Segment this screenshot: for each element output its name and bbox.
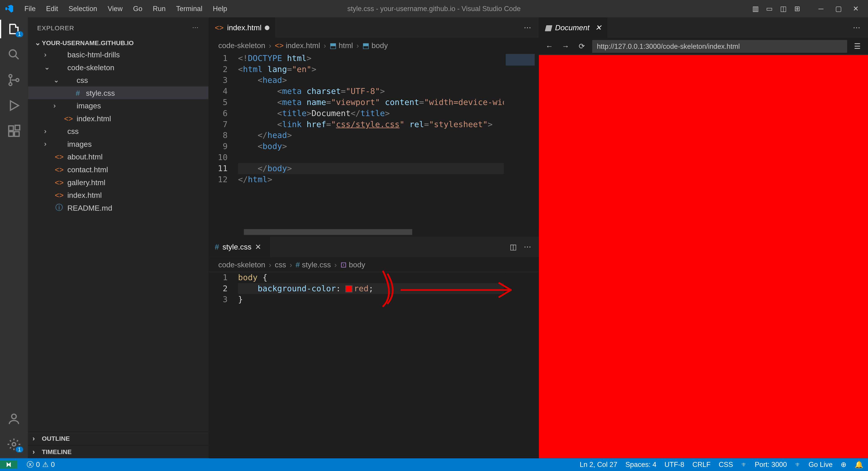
minimap[interactable] [504, 53, 539, 229]
tree-item-images[interactable]: ›images [28, 99, 209, 112]
html-file-icon: <> [215, 23, 223, 32]
outline-label: OUTLINE [42, 435, 70, 442]
minimize-button[interactable]: ─ [812, 0, 830, 18]
search-activity-icon[interactable] [7, 48, 21, 62]
menu-terminal[interactable]: Terminal [171, 2, 207, 15]
scrollbar-thumb[interactable] [244, 229, 412, 235]
horizontal-scrollbar[interactable] [209, 229, 539, 236]
minimap[interactable] [504, 272, 539, 458]
editor-more-actions-icon[interactable]: ⋯ [524, 23, 532, 32]
remote-indicator-icon[interactable] [0, 461, 18, 469]
eol-status[interactable]: CRLF [692, 461, 711, 469]
svg-point-10 [12, 442, 16, 446]
tree-item-css[interactable]: ›css [28, 125, 209, 137]
preview-tab[interactable]: ▦ Document ✕ [539, 18, 608, 38]
timeline-section[interactable]: ›TIMELINE [28, 445, 209, 458]
editor-more-actions-icon[interactable]: ⋯ [524, 242, 532, 251]
svg-rect-11 [506, 54, 535, 65]
menu-selection[interactable]: Selection [64, 2, 102, 15]
svg-rect-7 [14, 132, 19, 136]
editor-group-bottom: # style.css ✕ ◫ ⋯ code-skeleton›css›# st… [209, 237, 539, 458]
tree-item-index-html[interactable]: <>index.html [28, 189, 209, 201]
explorer-title: EXPLORER [37, 24, 74, 31]
preview-tab-close-icon[interactable]: ✕ [595, 23, 601, 32]
preview-more-icon[interactable]: ⋯ [853, 23, 861, 32]
preview-content[interactable] [539, 55, 868, 458]
svg-point-0 [9, 50, 16, 57]
editor-body-bottom[interactable]: 123 body { background-color: red;} [209, 272, 539, 458]
extensions-activity-icon[interactable] [7, 124, 21, 138]
svg-rect-8 [15, 125, 20, 130]
tree-item-images[interactable]: ›images [28, 137, 209, 150]
timeline-label: TIMELINE [42, 448, 72, 456]
tree-item-code-skeleton[interactable]: ⌄code-skeleton [28, 61, 209, 74]
tab-style-css[interactable]: # style.css ✕ [209, 237, 271, 257]
svg-rect-6 [9, 132, 13, 136]
accounts-icon[interactable] [7, 412, 21, 426]
tab-index-html[interactable]: <> index.html [209, 18, 276, 38]
tree-item-about-html[interactable]: <>about.html [28, 150, 209, 163]
broadcast-icon: ᯤ [795, 461, 802, 469]
layout-customize-icon[interactable]: ⊞ [793, 4, 802, 13]
run-debug-activity-icon[interactable] [7, 99, 21, 113]
go-live-button[interactable]: ᯤ Go Live [795, 461, 833, 469]
tree-item-gallery-html[interactable]: <>gallery.html [28, 176, 209, 189]
explorer-root[interactable]: ⌄ YOUR-USERNAME.GITHUB.IO [28, 38, 209, 48]
preview-back-icon[interactable]: ← [544, 42, 555, 51]
menu-run[interactable]: Run [148, 2, 170, 15]
source-control-activity-icon[interactable] [7, 73, 21, 87]
tab-label: style.css [222, 242, 251, 251]
notifications-icon[interactable]: 🔔 [855, 461, 864, 469]
layout-panel-bottom-icon[interactable]: ▭ [765, 4, 774, 13]
preview-icon: ▦ [545, 23, 552, 32]
tree-item-index-html[interactable]: <>index.html [28, 112, 209, 125]
statusbar: ⓧ0 ⚠0 Ln 2, Col 27 Spaces: 4 UTF-8 CRLF … [0, 458, 868, 471]
menu-go[interactable]: Go [128, 2, 147, 15]
encoding-status[interactable]: UTF-8 [664, 461, 684, 469]
editor-body-top[interactable]: 123456789101112 <!DOCTYPE html><html lan… [209, 53, 539, 229]
preview-reload-icon[interactable]: ⟳ [576, 42, 587, 51]
problems-status[interactable]: ⓧ0 ⚠0 [27, 460, 55, 470]
explorer-more-icon[interactable]: ⋯ [192, 24, 199, 31]
menu-file[interactable]: File [20, 2, 40, 15]
menu-help[interactable]: Help [208, 2, 232, 15]
activity-bar: 1 [0, 18, 28, 458]
layout-panel-right-icon[interactable]: ◫ [778, 4, 788, 13]
vscode-logo-icon [5, 4, 14, 13]
explorer-root-label: YOUR-USERNAME.GITHUB.IO [42, 39, 134, 46]
error-count: 0 [36, 461, 40, 469]
svg-point-2 [9, 74, 12, 77]
svg-point-4 [16, 78, 19, 81]
explorer-badge: 1 [16, 31, 23, 37]
layout-panel-left-icon[interactable]: ▥ [751, 4, 760, 13]
tree-item-contact-html[interactable]: <>contact.html [28, 163, 209, 176]
settings-gear-icon[interactable]: 1 [7, 437, 21, 451]
editor-area: <> index.html ⋯ code-skeleton›<> index.h… [209, 18, 539, 458]
feedback-icon[interactable]: ⊕ [841, 461, 846, 469]
language-status[interactable]: CSS [719, 461, 733, 469]
tab-close-icon[interactable]: ✕ [255, 242, 264, 251]
broadcast-icon: ᯤ [741, 461, 748, 469]
breadcrumb-top[interactable]: code-skeleton›<> index.html›⬒ html›⬒ bod… [209, 38, 539, 53]
tree-item-css[interactable]: ⌄css [28, 74, 209, 87]
close-window-button[interactable]: ✕ [847, 0, 865, 18]
css-file-icon: # [215, 242, 219, 251]
menu-edit[interactable]: Edit [41, 2, 63, 15]
outline-section[interactable]: ›OUTLINE [28, 432, 209, 445]
port-status[interactable]: ᯤ Port: 3000 [741, 461, 787, 469]
breadcrumb-bottom[interactable]: code-skeleton›css›# style.css›⊡ body [209, 257, 539, 272]
tree-item-style-css[interactable]: #style.css [28, 87, 209, 99]
tree-item-README-md[interactable]: ⓘREADME.md [28, 201, 209, 214]
cursor-position[interactable]: Ln 2, Col 27 [580, 461, 617, 469]
preview-menu-icon[interactable]: ☰ [852, 42, 863, 51]
dirty-indicator-icon [265, 25, 270, 30]
explorer-activity-icon[interactable]: 1 [7, 22, 21, 36]
preview-url-input[interactable] [592, 40, 847, 53]
titlebar: FileEditSelectionViewGoRunTerminalHelp s… [0, 0, 868, 18]
menu-view[interactable]: View [103, 2, 127, 15]
indentation-status[interactable]: Spaces: 4 [625, 461, 656, 469]
split-editor-icon[interactable]: ◫ [510, 242, 517, 251]
maximize-button[interactable]: ▢ [830, 0, 847, 18]
preview-forward-icon[interactable]: → [560, 42, 571, 51]
tree-item-basic-html-drills[interactable]: ›basic-html-drills [28, 48, 209, 61]
